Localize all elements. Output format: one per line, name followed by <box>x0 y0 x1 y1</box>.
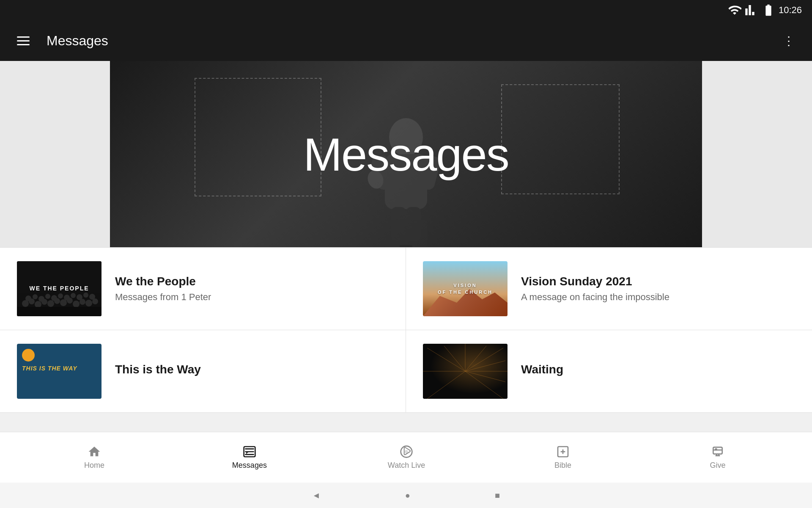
we-the-people-thumb-text: WE THE PEOPLE <box>29 284 89 293</box>
message-subtitle-we-the-people: Messages from 1 Peter <box>115 292 389 303</box>
hero-title: Messages <box>303 127 508 181</box>
message-info-vision-sunday: Vision Sunday 2021 A message on facing t… <box>521 275 795 303</box>
svg-point-26 <box>51 295 57 301</box>
svg-point-31 <box>83 293 88 298</box>
hero-wrapper: Messages <box>0 61 812 247</box>
svg-point-30 <box>77 294 82 300</box>
svg-point-27 <box>58 293 63 298</box>
give-icon <box>711 445 724 458</box>
svg-point-32 <box>89 294 95 300</box>
message-title-we-the-people: We the People <box>115 275 389 288</box>
thumbnail-we-the-people: WE THE PEOPLE <box>17 261 102 316</box>
hamburger-menu-button[interactable] <box>14 33 33 49</box>
nav-item-watch-live[interactable]: Watch Live <box>371 440 442 475</box>
back-button[interactable] <box>312 491 321 500</box>
bottom-navigation: Home Messages Watch Live Bible <box>0 432 812 483</box>
yellow-circle-decoration <box>22 349 35 362</box>
svg-rect-8 <box>400 245 412 247</box>
nav-label-home: Home <box>84 461 104 470</box>
vision-thumb-text: VISIONOF THE CHURCH <box>438 282 493 296</box>
status-bar: 10:26 <box>0 0 812 20</box>
svg-point-29 <box>71 293 76 298</box>
svg-point-14 <box>47 300 54 307</box>
home-icon <box>88 445 101 458</box>
svg-rect-33 <box>17 307 102 316</box>
svg-marker-47 <box>246 452 248 454</box>
svg-point-12 <box>35 301 41 308</box>
svg-point-23 <box>33 294 38 299</box>
battery-icon <box>762 3 775 17</box>
status-time: 10:26 <box>779 5 802 16</box>
svg-rect-7 <box>385 220 427 247</box>
message-info-we-the-people: We the People Messages from 1 Peter <box>115 275 389 303</box>
message-title-waiting: Waiting <box>521 363 795 376</box>
thumbnail-waiting <box>423 344 508 399</box>
svg-rect-53 <box>713 447 722 454</box>
message-title-this-is-the-way: This is the Way <box>115 363 389 376</box>
dashed-decoration-1 <box>195 78 321 196</box>
message-item-this-is-the-way[interactable]: THIS IS THE WAY This is the Way <box>0 330 406 413</box>
system-navigation <box>0 483 812 508</box>
nav-item-messages[interactable]: Messages <box>215 440 284 475</box>
recents-button[interactable] <box>495 491 500 500</box>
home-button[interactable] <box>405 491 410 500</box>
svg-rect-55 <box>715 448 717 450</box>
dashed-decoration-2 <box>501 84 620 194</box>
message-title-vision-sunday: Vision Sunday 2021 <box>521 275 795 288</box>
svg-point-24 <box>38 296 44 302</box>
hero-banner: Messages <box>110 61 702 247</box>
more-options-button[interactable]: ⋮ <box>779 30 798 51</box>
messages-icon <box>243 445 256 458</box>
content-area: WE THE PEOPLE We the People Messages fro… <box>0 247 812 432</box>
svg-point-28 <box>64 295 70 301</box>
nav-item-bible[interactable]: Bible <box>529 440 597 475</box>
status-icons: 10:26 <box>728 3 802 17</box>
messages-grid: WE THE PEOPLE We the People Messages fro… <box>0 247 812 413</box>
app-bar-title: Messages <box>47 33 766 49</box>
message-item-vision-sunday[interactable]: VISIONOF THE CHURCH Vision Sunday 2021 A… <box>406 248 812 330</box>
nav-label-give: Give <box>710 461 725 470</box>
bible-icon <box>556 445 570 458</box>
nav-item-give[interactable]: Give <box>684 440 752 475</box>
nav-item-home[interactable]: Home <box>60 440 128 475</box>
watch-live-icon <box>400 445 413 458</box>
nav-label-watch-live: Watch Live <box>388 461 425 470</box>
svg-point-20 <box>85 300 92 306</box>
nav-label-messages: Messages <box>232 461 267 470</box>
svg-point-22 <box>25 295 31 301</box>
message-info-this-is-the-way: This is the Way <box>115 363 389 380</box>
wifi-icon <box>728 3 741 17</box>
nav-label-bible: Bible <box>554 461 571 470</box>
thumbnail-this-is-the-way: THIS IS THE WAY <box>17 344 102 399</box>
message-info-waiting: Waiting <box>521 363 795 380</box>
svg-point-49 <box>405 450 408 453</box>
thumbnail-vision-sunday: VISIONOF THE CHURCH <box>423 261 508 316</box>
svg-point-25 <box>45 294 50 299</box>
svg-point-18 <box>73 301 80 307</box>
signal-icon <box>745 3 758 17</box>
rays-decoration <box>423 344 508 399</box>
message-item-we-the-people[interactable]: WE THE PEOPLE We the People Messages fro… <box>0 248 406 330</box>
message-subtitle-vision-sunday: A message on facing the impossible <box>521 292 795 303</box>
message-item-waiting[interactable]: Waiting <box>406 330 812 413</box>
app-bar: Messages ⋮ <box>0 20 812 61</box>
this-is-the-way-thumb-text: THIS IS THE WAY <box>22 365 77 372</box>
